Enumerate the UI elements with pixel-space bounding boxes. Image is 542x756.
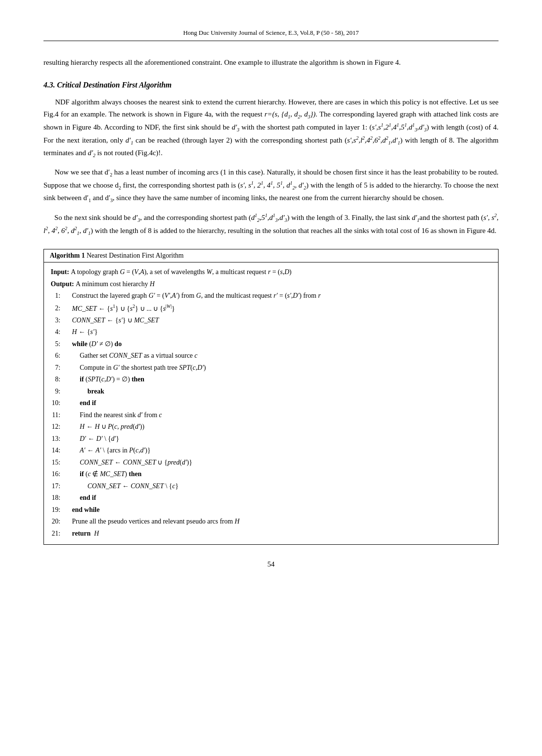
page: Hong Duc University Journal of Science, …: [0, 0, 542, 756]
algo-line-21: 21: return H: [51, 528, 491, 540]
algo-num-12: 12:: [51, 421, 64, 433]
algo-content-16: if (c ∉ MC_SET) then: [64, 468, 142, 480]
algo-num-6: 6:: [51, 350, 64, 362]
algo-line-18: 18: end if: [51, 492, 491, 504]
algo-num-21: 21:: [51, 528, 64, 540]
algo-line-1: 1: Construct the layered graph G′ = (V′,…: [51, 290, 491, 302]
algo-num-1: 1:: [51, 290, 64, 302]
algo-num-4: 4:: [51, 326, 64, 338]
algo-content-9: break: [64, 386, 104, 398]
algo-content-6: Gather set CONN_SET as a virtual source …: [64, 350, 198, 362]
algorithm-title: Algorithm 1 Nearest Destination First Al…: [44, 249, 498, 262]
algo-content-14: A′ ← A′ \ {arcs in P(c,d′)}: [64, 445, 151, 457]
section-heading: 4.3. Critical Destination First Algorith…: [43, 81, 499, 89]
algo-num-17: 17:: [51, 480, 64, 493]
algo-num-10: 10:: [51, 397, 64, 409]
algo-content-21: return H: [64, 528, 99, 540]
algo-num-19: 19:: [51, 504, 64, 516]
algo-line-13: 13: D′ ← D′ \ {d′}: [51, 433, 491, 445]
algo-line-6: 6: Gather set CONN_SET as a virtual sour…: [51, 350, 491, 362]
algo-line-7: 7: Compute in G′ the shortest path tree …: [51, 362, 491, 374]
algo-num-20: 20:: [51, 516, 64, 528]
journal-title: Hong Duc University Journal of Science, …: [183, 29, 359, 36]
algo-line-8: 8: if (SPT(c,D′) = ∅) then: [51, 374, 491, 386]
algo-line-17: 17: CONN_SET ← CONN_SET \ {c}: [51, 480, 491, 493]
algo-content-20: Prune all the pseudo vertices and releva…: [64, 516, 240, 528]
algo-input-line: Input: A topology graph G = (V,A), a set…: [51, 266, 491, 278]
body-paragraph-3: So the next sink should be d′3, and the …: [43, 211, 499, 237]
algo-content-10: end if: [64, 397, 96, 409]
algo-num-16: 16:: [51, 468, 64, 480]
algo-line-11: 11: Find the nearest sink d′ from c: [51, 409, 491, 422]
algo-line-16: 16: if (c ∉ MC_SET) then: [51, 468, 491, 480]
algorithm-box: Algorithm 1 Nearest Destination First Al…: [43, 249, 499, 545]
output-text: A minimum cost hierarchy H: [76, 278, 155, 291]
algo-line-15: 15: CONN_SET ← CONN_SET ∪ {pred(d′)}: [51, 457, 491, 469]
algo-num-15: 15:: [51, 457, 64, 469]
intro-paragraph: resulting hierarchy respects all the afo…: [43, 57, 499, 69]
algo-num-2: 2:: [51, 303, 64, 315]
algo-line-2: 2: MC_SET ← {s1} ∪ {s2} ∪ ... ∪ {s|W|}: [51, 302, 491, 315]
algo-num-13: 13:: [51, 433, 64, 445]
input-text: A topology graph G = (V,A), a set of wav…: [71, 266, 292, 278]
algo-num-8: 8:: [51, 374, 64, 386]
algo-line-14: 14: A′ ← A′ \ {arcs in P(c,d′)}: [51, 445, 491, 457]
algo-num-5: 5:: [51, 338, 64, 350]
algo-num-9: 9:: [51, 386, 64, 398]
algorithm-label: Algorithm 1: [50, 252, 85, 259]
algo-num-11: 11:: [51, 409, 64, 422]
algo-content-13: D′ ← D′ \ {d′}: [64, 433, 119, 445]
algo-line-12: 12: H ← H ∪ P(c, pred(d′)): [51, 421, 491, 433]
body-paragraph-2: Now we see that d′2 has a least number o…: [43, 166, 499, 204]
algo-line-20: 20: Prune all the pseudo vertices and re…: [51, 516, 491, 528]
algo-num-3: 3:: [51, 315, 64, 327]
algo-line-10: 10: end if: [51, 397, 491, 409]
input-label: Input:: [51, 266, 69, 278]
algo-content-5: while (D′ ≠ ∅) do: [64, 338, 122, 350]
algorithm-name: Nearest Destination First Algorithm: [86, 252, 184, 259]
body-paragraph-1: NDF algorithm always chooses the nearest…: [43, 96, 499, 160]
algo-line-19: 19: end while: [51, 504, 491, 516]
algo-content-11: Find the nearest sink d′ from c: [64, 409, 162, 422]
algo-num-18: 18:: [51, 492, 64, 504]
algo-content-18: end if: [64, 492, 96, 504]
algorithm-body: Input: A topology graph G = (V,A), a set…: [44, 262, 498, 544]
algo-line-4: 4: H ← {s′}: [51, 326, 491, 338]
algo-content-15: CONN_SET ← CONN_SET ∪ {pred(d′)}: [64, 457, 192, 469]
algo-content-3: CONN_SET ← {s′} ∪ MC_SET: [64, 315, 159, 327]
page-number: 54: [43, 560, 499, 568]
algo-output-line: Output: A minimum cost hierarchy H: [51, 278, 491, 291]
algo-content-4: H ← {s′}: [64, 326, 98, 338]
output-label: Output:: [51, 278, 74, 291]
page-header: Hong Duc University Journal of Science, …: [43, 29, 499, 41]
algo-num-14: 14:: [51, 445, 64, 457]
algo-line-3: 3: CONN_SET ← {s′} ∪ MC_SET: [51, 315, 491, 327]
algo-num-7: 7:: [51, 362, 64, 374]
algo-content-12: H ← H ∪ P(c, pred(d′)): [64, 421, 144, 433]
algo-content-19: end while: [64, 504, 100, 516]
algo-content-17: CONN_SET ← CONN_SET \ {c}: [64, 480, 179, 493]
algo-line-5: 5: while (D′ ≠ ∅) do: [51, 338, 491, 350]
algo-content-7: Compute in G′ the shortest path tree SPT…: [64, 362, 206, 374]
algo-line-9: 9: break: [51, 386, 491, 398]
algo-content-1: Construct the layered graph G′ = (V′,A′)…: [64, 290, 321, 302]
algo-content-2: MC_SET ← {s1} ∪ {s2} ∪ ... ∪ {s|W|}: [64, 302, 175, 315]
algo-content-8: if (SPT(c,D′) = ∅) then: [64, 374, 144, 386]
